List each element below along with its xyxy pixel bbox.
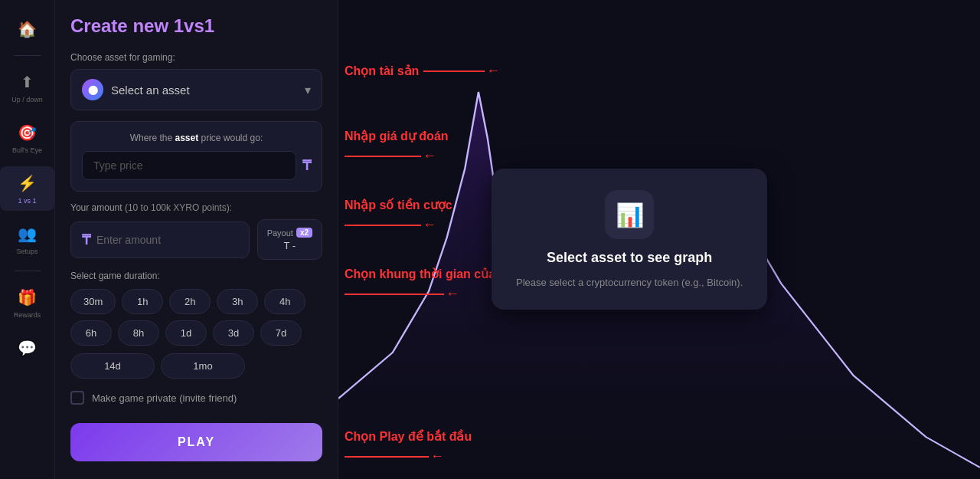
annotation-play-arrow: ←	[430, 448, 444, 464]
private-checkbox[interactable]	[70, 391, 84, 405]
price-box: Where the asset price would go: ₸	[70, 121, 322, 192]
form-title: Create new 1vs1	[70, 15, 322, 37]
duration-3h[interactable]: 3h	[217, 289, 258, 314]
duration-label: Select game duration:	[70, 271, 322, 281]
up-down-icon: ⬆	[17, 71, 38, 93]
chart-icon: 📊	[605, 190, 654, 239]
amount-row: ₸ Payout x2 T -	[70, 219, 322, 260]
amount-section: Your amount (10 to 100k XYRO points): ₸ …	[70, 202, 322, 260]
payout-badge: x2	[296, 228, 312, 238]
sidebar-item-home[interactable]: 🏠	[0, 12, 54, 46]
duration-2h[interactable]: 2h	[169, 289, 211, 314]
annotation-price-arrow: ←	[423, 148, 436, 164]
private-row: Make game private (invite friend)	[70, 391, 322, 405]
amount-label: Your amount (10 to 100k XYRO points):	[70, 202, 322, 213]
duration-14d[interactable]: 14d	[70, 353, 155, 379]
setups-icon: 👥	[17, 223, 38, 244]
duration-6h[interactable]: 6h	[70, 320, 112, 346]
annotation-price: Nhập giá dự đoán ←	[345, 129, 449, 164]
sidebar-item-setups[interactable]: 👥 Setups	[0, 217, 54, 261]
price-input[interactable]	[82, 151, 296, 180]
sidebar-label-setups: Setups	[16, 248, 38, 255]
sidebar-item-1vs1[interactable]: ⚡ 1 vs 1	[0, 166, 54, 211]
1vs1-icon: ⚡	[17, 172, 38, 194]
sidebar: 🏠 ⬆ Up / down 🎯 Bull's Eye ⚡ 1 vs 1 👥 Se…	[0, 0, 55, 479]
sidebar-item-rewards[interactable]: 🎁 Rewards	[0, 281, 54, 325]
duration-3d[interactable]: 3d	[213, 320, 254, 346]
annotation-amount-text: Nhập số tiền cược	[345, 198, 452, 212]
asset-select-dropdown[interactable]: ⬤ Select an asset ▾	[70, 69, 322, 110]
duration-1h[interactable]: 1h	[122, 289, 163, 314]
sidebar-item-bullseye[interactable]: 🎯 Bull's Eye	[0, 116, 54, 160]
annotation-play-line	[345, 456, 429, 458]
annotation-price-text: Nhập giá dự đoán	[345, 129, 449, 143]
sidebar-label-rewards: Rewards	[14, 311, 41, 319]
chart-modal: 📊 Select asset to see graph Please selec…	[492, 169, 767, 310]
home-icon: 🏠	[17, 18, 38, 40]
duration-8h[interactable]: 8h	[118, 320, 159, 346]
duration-1d[interactable]: 1d	[165, 320, 207, 346]
annotation-asset: Chọn tài sản ←	[345, 63, 500, 79]
annotation-duration-arrow: ←	[446, 286, 459, 302]
annotation-duration-line	[345, 294, 444, 295]
chart-modal-title: Select asset to see graph	[547, 250, 712, 266]
amount-input-box: ₸	[70, 221, 250, 258]
private-label: Make game private (invite friend)	[92, 392, 237, 404]
duration-4h[interactable]: 4h	[264, 289, 305, 314]
duration-grid-wide: 14d 1mo	[70, 353, 322, 379]
asset-select-left: ⬤ Select an asset	[82, 79, 190, 100]
sidebar-label-updown: Up / down	[11, 96, 43, 103]
play-button[interactable]: PLAY	[70, 423, 322, 461]
tenge-icon-amount: ₸	[82, 231, 90, 248]
form-panel: Create new 1vs1 Choose asset for gaming:…	[55, 0, 338, 479]
duration-1mo[interactable]: 1mo	[161, 353, 245, 379]
divider-2	[14, 271, 41, 271]
divider-1	[14, 55, 41, 56]
annotation-asset-line	[423, 71, 485, 72]
price-box-label: Where the asset price would go:	[82, 133, 311, 143]
asset-select-text: Select an asset	[111, 84, 190, 97]
sidebar-item-updown[interactable]: ⬆ Up / down	[0, 65, 54, 110]
chat-icon: 💬	[17, 337, 38, 359]
sidebar-label-bullseye: Bull's Eye	[12, 146, 42, 154]
annotation-asset-arrow: ←	[486, 63, 500, 79]
asset-label: Choose asset for gaming:	[70, 52, 322, 63]
asset-icon: ⬤	[82, 79, 103, 100]
chart-area: Chọn tài sản ← Nhập giá dự đoán ← Nhập s…	[338, 0, 980, 479]
payout-top: Payout x2	[267, 228, 312, 238]
rewards-icon: 🎁	[17, 287, 38, 308]
annotation-play-text: Chọn Play để bắt đầu	[345, 429, 472, 444]
sidebar-label-1vs1: 1 vs 1	[18, 197, 36, 205]
annotation-amount-arrow: ←	[423, 217, 436, 233]
annotation-play: Chọn Play để bắt đầu ←	[345, 429, 472, 464]
amount-input[interactable]	[96, 234, 238, 246]
payout-value: T -	[267, 240, 312, 251]
duration-7d[interactable]: 7d	[260, 320, 302, 346]
price-input-row: ₸	[82, 151, 311, 180]
annotation-asset-text: Chọn tài sản	[345, 64, 419, 78]
annotation-price-line	[345, 156, 421, 157]
chevron-down-icon: ▾	[305, 83, 311, 97]
payout-box: Payout x2 T -	[257, 219, 322, 260]
bulls-eye-icon: 🎯	[17, 122, 38, 143]
tenge-icon: ₸	[302, 157, 311, 174]
duration-grid: 30m 1h 2h 3h 4h 6h 8h 1d 3d 7d	[70, 289, 322, 346]
duration-30m[interactable]: 30m	[70, 289, 116, 314]
annotation-amount-line	[345, 225, 421, 226]
chart-modal-text: Please select a cryptocurrency token (e.…	[516, 277, 743, 288]
sidebar-item-chat[interactable]: 💬	[0, 331, 54, 365]
annotation-amount: Nhập số tiền cược ←	[345, 198, 452, 233]
